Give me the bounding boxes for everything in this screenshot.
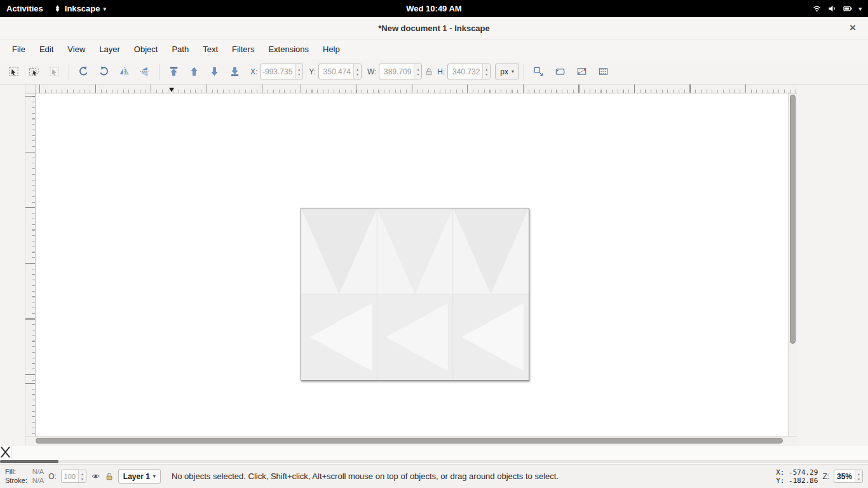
- menu-layer[interactable]: Layer: [92, 41, 127, 57]
- x-field-value[interactable]: -993.735: [261, 64, 295, 79]
- height-field-value[interactable]: 340.732: [448, 64, 482, 79]
- lower-to-bottom-button[interactable]: [225, 62, 245, 81]
- layer-lock-toggle[interactable]: [105, 472, 114, 481]
- workspace: [0, 85, 868, 445]
- command-toolbar: X: -993.735 ▲▼ Y: 350.474 ▲▼ W: 389.709 …: [0, 59, 868, 85]
- pointer-x: X: -574.29: [776, 468, 818, 477]
- flip-horizontal-button[interactable]: [114, 62, 134, 81]
- spin-down-button[interactable]: ▼: [855, 477, 862, 482]
- fill-stroke-indicator[interactable]: Fill: N/A Stroke: N/A: [5, 468, 44, 485]
- spin-up-button[interactable]: ▲: [79, 471, 86, 477]
- toggle-scale-stroke-button[interactable]: [529, 62, 548, 81]
- lock-ratio-toggle[interactable]: [424, 67, 434, 77]
- x-field[interactable]: -993.735 ▲▼: [260, 64, 303, 79]
- toolbar-separator: [69, 64, 69, 79]
- stroke-value: N/A: [32, 477, 44, 485]
- vertical-ruler[interactable]: [25, 93, 36, 436]
- height-field-label: H:: [437, 67, 445, 76]
- x-field-label: X:: [250, 67, 257, 76]
- spin-down-button[interactable]: ▼: [414, 72, 421, 77]
- menu-help[interactable]: Help: [316, 41, 347, 57]
- fill-label: Fill:: [5, 468, 27, 476]
- toggle-move-gradients-button[interactable]: [572, 62, 592, 81]
- menu-path[interactable]: Path: [165, 41, 196, 57]
- layer-dropdown[interactable]: Layer 1 ▾: [118, 469, 161, 484]
- color-palette-area: [0, 445, 868, 464]
- y-field[interactable]: 350.474 ▲▼: [318, 64, 362, 79]
- stroke-label: Stroke:: [5, 477, 27, 485]
- menu-edit[interactable]: Edit: [32, 41, 60, 57]
- menu-filters[interactable]: Filters: [225, 41, 261, 57]
- status-message: No objects selected. Click, Shift+click,…: [165, 471, 771, 481]
- canvas[interactable]: [36, 93, 788, 436]
- raise-to-top-button[interactable]: [164, 62, 184, 81]
- menu-text[interactable]: Text: [196, 41, 225, 57]
- commands-bar: [797, 85, 837, 445]
- fill-value: N/A: [32, 468, 44, 476]
- right-toolbars: [797, 85, 868, 445]
- pointer-coordinates: X: -574.29 Y: -182.86: [776, 468, 818, 485]
- spin-up-button[interactable]: ▲: [295, 67, 302, 72]
- rotate-cw-button[interactable]: [94, 62, 114, 81]
- snap-controls-bar: [837, 85, 868, 445]
- toggle-scale-corners-button[interactable]: [550, 62, 570, 81]
- menu-object[interactable]: Object: [127, 41, 165, 57]
- lower-button[interactable]: [205, 62, 224, 81]
- menu-file[interactable]: File: [5, 41, 32, 57]
- spin-down-button[interactable]: ▼: [295, 72, 302, 77]
- raise-button[interactable]: [184, 62, 204, 81]
- layer-visibility-toggle[interactable]: [91, 471, 100, 481]
- spin-down-button[interactable]: ▼: [79, 477, 86, 482]
- menu-view[interactable]: View: [60, 41, 92, 57]
- spin-up-button[interactable]: ▲: [414, 67, 421, 72]
- pointer-y: Y: -182.86: [776, 477, 818, 485]
- horizontal-ruler[interactable]: [36, 85, 797, 93]
- select-all-button[interactable]: [4, 62, 24, 81]
- chevron-down-icon: ▾: [512, 69, 514, 74]
- unit-value: px: [500, 67, 508, 76]
- spin-up-button[interactable]: ▲: [855, 471, 862, 477]
- toolbox: [0, 85, 25, 445]
- opacity-value[interactable]: 100: [62, 470, 78, 482]
- select-all-in-all-layers-button[interactable]: [24, 62, 44, 81]
- layer-name: Layer 1: [123, 472, 150, 481]
- vertical-scrollbar-thumb[interactable]: [790, 95, 796, 344]
- window-title: *New document 1 - Inkscape: [378, 24, 490, 33]
- opacity-field[interactable]: 100 ▲▼: [61, 470, 86, 483]
- close-button[interactable]: ×: [846, 21, 860, 35]
- spin-up-button[interactable]: ▲: [483, 67, 490, 72]
- y-field-label: Y:: [309, 67, 316, 76]
- spin-up-button[interactable]: ▲: [354, 67, 361, 72]
- chevron-down-icon: ▾: [858, 6, 862, 12]
- width-field[interactable]: 389.709 ▲▼: [379, 64, 422, 79]
- color-palette: [0, 445, 868, 459]
- no-color-swatch[interactable]: [0, 445, 11, 459]
- toggle-move-patterns-button[interactable]: [593, 62, 613, 81]
- unit-dropdown[interactable]: px ▾: [495, 64, 519, 79]
- vertical-scrollbar[interactable]: [788, 93, 797, 436]
- title-bar[interactable]: *New document 1 - Inkscape ×: [0, 17, 868, 39]
- ruler-position-marker: [169, 88, 174, 92]
- horizontal-scrollbar[interactable]: [25, 436, 797, 445]
- clock[interactable]: Wed 10:49 AM: [406, 4, 461, 13]
- width-field-label: W:: [367, 67, 376, 76]
- menu-extensions[interactable]: Extensions: [261, 41, 316, 57]
- width-field-value[interactable]: 389.709: [379, 64, 414, 79]
- zoom-value[interactable]: 35%: [834, 470, 855, 482]
- horizontal-scrollbar-thumb[interactable]: [36, 438, 783, 444]
- zoom-field[interactable]: 35% ▲▼: [834, 470, 863, 483]
- height-field[interactable]: 340.732 ▲▼: [447, 64, 491, 79]
- rotate-ccw-button[interactable]: [74, 62, 93, 81]
- y-field-value[interactable]: 350.474: [319, 64, 353, 79]
- palette-scrollbar-thumb[interactable]: [0, 460, 58, 463]
- deselect-button[interactable]: [44, 62, 64, 81]
- palette-scrollbar[interactable]: [0, 460, 868, 463]
- flip-vertical-button[interactable]: [135, 62, 154, 81]
- spin-down-button[interactable]: ▼: [354, 72, 361, 77]
- canvas-artwork: [301, 208, 529, 380]
- spin-down-button[interactable]: ▼: [483, 72, 490, 77]
- chevron-down-icon: ▾: [153, 473, 156, 479]
- gnome-top-bar: Activities Inkscape ▾ Wed 10:49 AM ▾: [0, 0, 868, 17]
- toolbar-separator: [159, 64, 159, 79]
- ruler-corner: [25, 85, 36, 93]
